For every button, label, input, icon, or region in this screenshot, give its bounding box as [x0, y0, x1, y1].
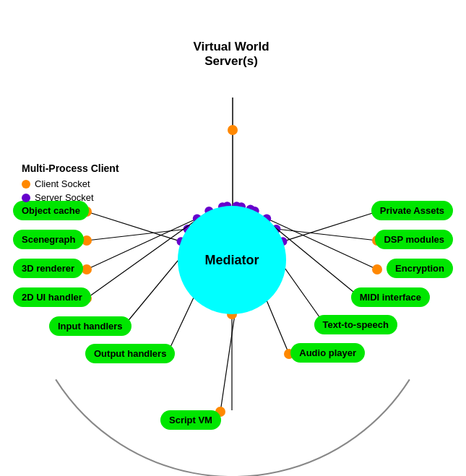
input-handlers-label: Input handlers — [49, 316, 131, 336]
purple-dot-legend — [22, 194, 30, 202]
legend: Multi-Process Client Client Socket Serve… — [22, 163, 119, 206]
scenegraph-label: Scenegraph — [13, 230, 84, 249]
private-assets-label: Private Assets — [371, 201, 453, 220]
server-socket-label: Server Socket — [35, 192, 94, 203]
page-title: Virtual WorldServer(s) — [159, 40, 303, 69]
script-vm-label: Script VM — [160, 410, 221, 430]
mediator-label: Mediator — [204, 253, 259, 268]
3d-renderer-label: 3D renderer — [13, 259, 83, 278]
client-socket-label: Client Socket — [35, 178, 90, 189]
encryption-label: Encryption — [387, 259, 453, 278]
orange-dot-legend — [22, 180, 30, 189]
midi-interface-label: MIDI interface — [351, 287, 430, 307]
dsp-modules-label: DSP modules — [375, 230, 453, 249]
text-to-speech-label: Text-to-speech — [314, 315, 398, 334]
2d-ui-handler-label: 2D UI handler — [13, 287, 91, 307]
audio-player-label: Audio player — [290, 343, 365, 363]
mediator-circle: Mediator — [178, 206, 286, 314]
output-handlers-label: Output handlers — [85, 344, 175, 363]
client-label: Multi-Process Client — [22, 163, 119, 174]
